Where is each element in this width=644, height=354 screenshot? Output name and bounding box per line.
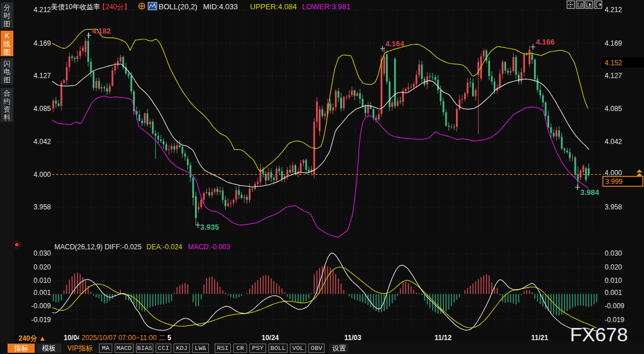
svg-text:4.000: 4.000 <box>34 171 51 179</box>
svg-text:0.010: 0.010 <box>34 276 51 285</box>
svg-text:0.030: 0.030 <box>605 249 622 257</box>
svg-text:4.169: 4.169 <box>34 39 51 47</box>
svg-text:0.020: 0.020 <box>605 263 622 271</box>
svg-text:4.127: 4.127 <box>605 72 622 80</box>
svg-text:-0.009: -0.009 <box>31 302 51 310</box>
svg-text:MID:4.033: MID:4.033 <box>203 2 238 11</box>
svg-text:0.001: 0.001 <box>605 289 622 297</box>
svg-text:0.001: 0.001 <box>34 289 51 297</box>
svg-text:3.935: 3.935 <box>200 223 219 231</box>
svg-text:3.958: 3.958 <box>605 203 622 211</box>
svg-text:美债10年收益率: 美债10年收益率 <box>51 3 100 11</box>
svg-text:3.958: 3.958 <box>34 203 51 211</box>
svg-text:0.020: 0.020 <box>34 263 51 271</box>
svg-text:4.085: 4.085 <box>34 105 51 113</box>
svg-text:4.212: 4.212 <box>34 6 51 14</box>
svg-text:4.085: 4.085 <box>605 105 622 113</box>
svg-text:LOWER:3.981: LOWER:3.981 <box>302 2 351 11</box>
svg-text:4.127: 4.127 <box>34 72 51 80</box>
svg-text:-0.009: -0.009 <box>605 302 624 310</box>
svg-text:BOLL(20,2): BOLL(20,2) <box>159 2 197 11</box>
svg-text:-0.019: -0.019 <box>31 316 51 324</box>
svg-text:DEA:-0.024: DEA:-0.024 <box>146 243 182 251</box>
svg-text:4.000: 4.000 <box>605 169 622 177</box>
svg-text:-0.019: -0.019 <box>605 316 624 324</box>
svg-text:4.182: 4.182 <box>92 27 111 35</box>
svg-text:MACD:-0.003: MACD:-0.003 <box>188 243 230 251</box>
svg-text:4.212: 4.212 <box>605 6 622 14</box>
svg-text:3.999: 3.999 <box>605 178 623 186</box>
svg-text:4.152: 4.152 <box>605 59 622 67</box>
svg-text:4.169: 4.169 <box>605 39 622 47</box>
svg-text:0.010: 0.010 <box>605 276 622 285</box>
svg-text:4.042: 4.042 <box>34 138 51 146</box>
svg-text:UPPER:4.084: UPPER:4.084 <box>250 2 297 11</box>
svg-text:0.030: 0.030 <box>34 249 51 257</box>
svg-text:【240分】: 【240分】 <box>98 3 131 11</box>
svg-text:MACD(26,12,9) DIFF:-0.025: MACD(26,12,9) DIFF:-0.025 <box>54 243 142 251</box>
svg-text:4.042: 4.042 <box>605 138 622 146</box>
svg-text:4.166: 4.166 <box>536 38 555 46</box>
svg-text:4.164: 4.164 <box>385 39 404 48</box>
svg-text:3.984: 3.984 <box>580 188 599 197</box>
